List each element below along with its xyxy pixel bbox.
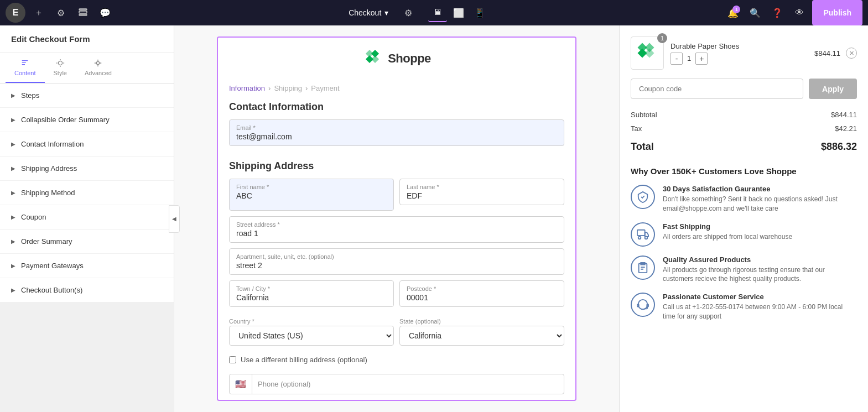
sidebar-item-shipping-address[interactable]: ▶ Shipping Address <box>0 157 174 181</box>
street-value: road 1 <box>236 229 557 238</box>
step-information[interactable]: Information <box>229 84 265 92</box>
sidebar-item-payment-gateways[interactable]: ▶ Payment Gateways <box>0 254 174 278</box>
qty-value: 1 <box>687 54 691 62</box>
apt-value: street 2 <box>236 261 557 270</box>
search-icon[interactable]: 🔍 <box>746 3 765 22</box>
svg-rect-11 <box>645 49 654 58</box>
tablet-icon[interactable]: ⬜ <box>449 3 468 22</box>
shield-icon <box>631 185 655 209</box>
trust-item-desc-2: All products go through rigorous testing… <box>663 265 857 284</box>
first-name-value: ABC <box>236 191 387 200</box>
trust-item-shipping: Fast Shipping All orders are shipped fro… <box>631 222 857 247</box>
preview-icon[interactable]: 👁 <box>790 3 809 22</box>
sidebar-collapse-handle[interactable]: ◀ <box>169 205 180 233</box>
country-state-row: Country * United States (US) State (opti… <box>229 318 564 346</box>
sidebar-wrapper: Edit Checkout Form Content Style <box>0 25 174 412</box>
subtotal-label: Subtotal <box>631 111 657 119</box>
shipping-section-title: Shipping Address <box>229 160 564 172</box>
settings-sliders-icon[interactable]: ⚙ <box>52 4 70 22</box>
arrow-icon: ▶ <box>11 263 15 269</box>
billing-checkbox[interactable] <box>229 356 236 363</box>
trust-item-desc-3: Call us at +1-202-555-0174 between 9:00 … <box>663 303 857 321</box>
help-icon[interactable]: ❓ <box>768 3 787 22</box>
city-postcode-row: Town / City * California Postcode * 0000… <box>229 280 564 312</box>
truck-icon <box>631 222 655 247</box>
product-price: $844.11 <box>814 49 840 58</box>
preview-area: Shoppe Information › Shipping › Payment … <box>174 25 619 412</box>
apt-field[interactable]: Apartment, suite, unit, etc. (optional) … <box>229 248 564 275</box>
state-select[interactable]: California <box>399 326 564 346</box>
total-label: Total <box>631 141 654 153</box>
email-field[interactable]: Email * test@gmail.com <box>229 119 564 146</box>
mobile-icon[interactable]: 📱 <box>470 3 489 22</box>
street-label: Street address * <box>236 221 557 228</box>
svg-rect-0 <box>79 11 87 13</box>
logo-icon <box>362 49 382 69</box>
country-select[interactable]: United States (US) <box>229 326 394 346</box>
sidebar-item-shipping-method[interactable]: ▶ Shipping Method <box>0 181 174 205</box>
add-icon[interactable]: ＋ <box>30 4 48 22</box>
trust-item-title-3: Passionate Customer Service <box>663 293 857 301</box>
country-label: Country * <box>229 318 394 325</box>
global-settings-icon[interactable]: ⚙ <box>399 4 417 22</box>
trust-item-guarantee: 30 Days Satisfaction Gaurantee Don't lik… <box>631 185 857 213</box>
sidebar-item-coupon[interactable]: ▶ Coupon <box>0 205 174 230</box>
arrow-icon: ▶ <box>11 287 15 293</box>
order-item-image-wrap: 1 <box>631 36 664 70</box>
qty-decrease-button[interactable]: - <box>671 53 683 65</box>
country-field-wrap: Country * United States (US) <box>229 318 394 346</box>
trust-item-support: Passionate Customer Service Call us at +… <box>631 293 857 321</box>
sidebar-item-order-summary[interactable]: ▶ Order Summary <box>0 230 174 254</box>
sidebar-item-contact-information[interactable]: ▶ Contact Information <box>0 132 174 157</box>
city-field[interactable]: Town / City * California <box>229 280 394 307</box>
coupon-input[interactable] <box>631 79 803 99</box>
arrow-icon: ▶ <box>11 238 15 244</box>
total-value: $886.32 <box>821 141 857 153</box>
notifications-icon[interactable]: 🔔 1 <box>724 3 742 22</box>
state-select-wrap: California <box>399 326 564 346</box>
arrow-icon: ▶ <box>11 190 15 196</box>
sidebar-tabs: Content Style Advanced <box>0 53 174 84</box>
sidebar-item-collapsible-order-summary[interactable]: ▶ Collapsible Order Summary <box>0 108 174 132</box>
item-quantity-badge: 1 <box>657 33 667 43</box>
comments-icon[interactable]: 💬 <box>96 4 114 22</box>
state-field-wrap: State (optional) California <box>399 318 564 346</box>
product-name: Durable Paper Shoes <box>671 42 808 50</box>
postcode-field[interactable]: Postcode * 00001 <box>399 280 564 307</box>
step-shipping[interactable]: Shipping <box>274 84 302 92</box>
street-field[interactable]: Street address * road 1 <box>229 216 564 243</box>
clipboard-icon <box>631 255 655 280</box>
main-layout: Edit Checkout Form Content Style <box>0 25 868 412</box>
desktop-icon[interactable]: 🖥 <box>428 3 447 22</box>
country-select-wrap: United States (US) <box>229 326 394 346</box>
step-payment[interactable]: Payment <box>311 84 339 92</box>
tab-content[interactable]: Content <box>6 53 45 83</box>
tax-value: $42.21 <box>835 124 857 133</box>
trust-item-quality: Quality Assured Products All products go… <box>631 255 857 284</box>
topbar-center: Checkout ▾ ⚙ 🖥 ⬜ 📱 <box>118 3 719 22</box>
sidebar-item-steps[interactable]: ▶ Steps <box>0 84 174 108</box>
tab-advanced[interactable]: Advanced <box>76 53 121 83</box>
coupon-row: Apply <box>631 79 857 99</box>
tax-row: Tax $42.21 <box>631 122 857 135</box>
phone-field[interactable]: 🇺🇸 Phone (optional) <box>229 374 564 394</box>
first-name-field[interactable]: First name * ABC <box>229 179 394 211</box>
publish-button[interactable]: Publish <box>812 0 862 25</box>
postcode-label: Postcode * <box>407 285 557 292</box>
elementor-logo[interactable]: E <box>6 3 25 23</box>
tab-style[interactable]: Style <box>45 53 76 83</box>
shipping-section: Shipping Address First name * ABC Last n… <box>218 160 575 401</box>
last-name-field[interactable]: Last name * EDF <box>399 179 564 205</box>
sidebar-item-checkout-buttons[interactable]: ▶ Checkout Button(s) <box>0 278 174 303</box>
apply-button[interactable]: Apply <box>809 79 857 99</box>
remove-item-button[interactable]: ✕ <box>846 48 857 59</box>
city-label: Town / City * <box>236 285 387 292</box>
apt-label: Apartment, suite, unit, etc. (optional) <box>236 253 557 260</box>
topbar: E ＋ ⚙ 💬 Checkout ▾ ⚙ 🖥 ⬜ 📱 🔔 1 🔍 ❓ 👁 Pub… <box>0 0 868 25</box>
last-name-label: Last name * <box>407 184 557 190</box>
qty-increase-button[interactable]: + <box>695 53 708 65</box>
layers-icon[interactable] <box>74 4 92 22</box>
trust-item-title-1: Fast Shipping <box>663 222 857 231</box>
page-title-dropdown[interactable]: Checkout ▾ <box>349 8 388 17</box>
subtotal-value: $844.11 <box>831 111 857 119</box>
